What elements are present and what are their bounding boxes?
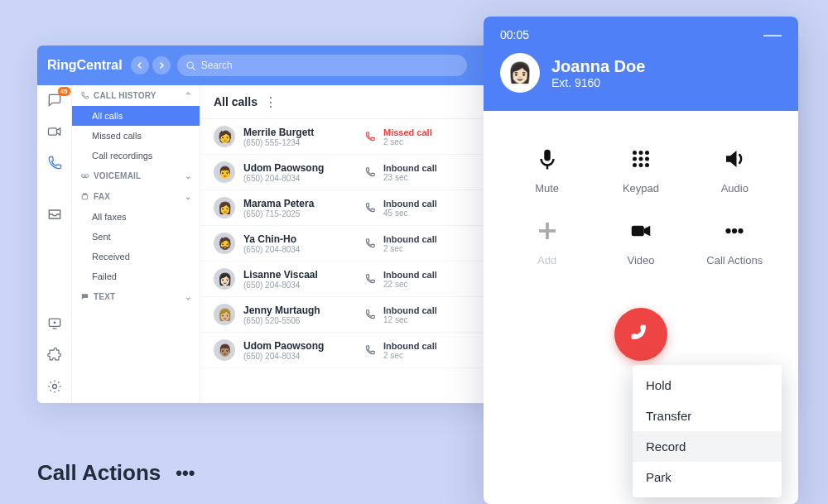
menu-item-transfer[interactable]: Transfer — [633, 401, 782, 431]
sidebar-item-failed[interactable]: Failed — [72, 266, 200, 286]
svg-rect-4 — [53, 322, 55, 324]
call-timer: 00:05 — [500, 28, 529, 41]
page-title-more-icon[interactable]: ⋮ — [264, 94, 277, 110]
call-type-label: Inbound call — [383, 341, 437, 351]
fax-icon — [80, 192, 89, 201]
sidebar-item-missed-calls[interactable]: Missed calls — [72, 126, 200, 146]
search-icon — [185, 60, 196, 71]
page-title: All calls — [214, 95, 258, 108]
video-icon — [46, 123, 63, 140]
svg-rect-2 — [48, 128, 56, 135]
call-control-grid: Mute Keypad Audio Add Video — [484, 111, 798, 275]
inbound-call-icon — [363, 308, 377, 321]
chevron-down-icon: ⌄ — [185, 171, 191, 180]
mute-label: Mute — [535, 182, 559, 194]
call-contact-name: Ya Chin-Ho — [243, 233, 363, 245]
feature-caption: Call Actions ••• — [37, 460, 195, 486]
call-contact-name: Marama Petera — [243, 198, 363, 209]
call-phone-number: (650) 204-8034 — [243, 281, 363, 290]
keypad-button[interactable]: Keypad — [594, 144, 687, 194]
call-actions-label: Call Actions — [706, 254, 763, 266]
svg-rect-25 — [632, 226, 644, 237]
puzzle-icon — [46, 347, 63, 363]
nav-rail: 45 — [37, 85, 72, 403]
section-label: FAX — [94, 192, 110, 201]
rail-video[interactable] — [46, 123, 63, 140]
section-fax[interactable]: FAX ⌄ — [72, 186, 200, 207]
sidebar-item-sent[interactable]: Sent — [72, 227, 200, 247]
more-icon: ••• — [176, 463, 195, 484]
screen-icon — [46, 315, 63, 332]
inbound-call-icon — [363, 272, 377, 286]
call-duration: 22 sec — [383, 280, 437, 289]
svg-point-14 — [633, 151, 637, 155]
video-button[interactable]: Video — [594, 216, 687, 266]
search-placeholder: Search — [201, 60, 233, 71]
call-contact-name: Lisanne Viscaal — [243, 269, 363, 281]
chevron-down-icon: ⌄ — [185, 192, 191, 201]
avatar: 🧑 — [214, 126, 235, 147]
menu-item-hold[interactable]: Hold — [633, 370, 782, 401]
rail-chat[interactable]: 45 — [46, 92, 63, 108]
rail-screen[interactable] — [46, 315, 63, 332]
inbound-call-icon — [363, 237, 377, 250]
svg-point-7 — [81, 175, 84, 178]
call-actions-button[interactable]: Call Actions — [688, 216, 782, 266]
search-input[interactable]: Search — [177, 55, 467, 76]
call-phone-number: (650) 555-1234 — [243, 138, 363, 147]
videocam-icon — [626, 216, 656, 246]
svg-rect-12 — [544, 150, 551, 161]
svg-point-20 — [633, 163, 637, 167]
menu-item-park[interactable]: Park — [633, 462, 782, 492]
rail-apps[interactable] — [46, 347, 63, 363]
more-icon — [720, 216, 749, 246]
hangup-button[interactable] — [614, 308, 667, 361]
svg-point-16 — [645, 151, 649, 155]
rail-phone[interactable] — [46, 155, 63, 171]
callee-avatar: 👩🏻 — [500, 53, 540, 93]
callee-ext: Ext. 9160 — [551, 76, 645, 89]
nav-back-button[interactable] — [131, 56, 149, 74]
sidebar-item-received[interactable]: Received — [72, 247, 200, 266]
audio-button[interactable]: Audio — [688, 144, 782, 194]
call-type-label: Inbound call — [383, 163, 437, 173]
keypad-label: Keypad — [623, 182, 659, 194]
nav-forward-button[interactable] — [152, 56, 171, 74]
sidebar-item-all-faxes[interactable]: All faxes — [72, 207, 200, 227]
call-duration: 2 sec — [383, 351, 437, 360]
call-type-label: Inbound call — [383, 234, 437, 244]
add-button[interactable]: Add — [500, 216, 594, 266]
call-phone-number: (650) 204-8034 — [243, 352, 363, 361]
svg-point-19 — [645, 157, 649, 161]
section-text[interactable]: TEXT ⌄ — [72, 286, 200, 307]
plus-icon — [532, 216, 562, 246]
call-duration: 2 sec — [383, 244, 437, 253]
phone-icon — [46, 155, 63, 171]
call-phone-number: (650) 204-8034 — [243, 245, 363, 254]
svg-point-22 — [645, 163, 649, 167]
inbound-call-icon — [363, 343, 377, 357]
call-duration: 2 sec — [383, 137, 432, 146]
phone-icon — [80, 91, 89, 100]
sidebar-item-call-recordings[interactable]: Call recordings — [72, 146, 200, 166]
audio-label: Audio — [721, 182, 749, 194]
call-duration: 23 sec — [383, 173, 437, 182]
minimize-button[interactable]: — — [763, 31, 782, 38]
hangup-icon — [628, 321, 654, 348]
svg-point-27 — [732, 228, 737, 233]
menu-item-record[interactable]: Record — [633, 431, 782, 462]
section-voicemail[interactable]: VOICEMAIL ⌄ — [72, 166, 200, 186]
call-contact-name: Jenny Murtaugh — [243, 305, 363, 316]
voicemail-icon — [80, 171, 89, 180]
mute-button[interactable]: Mute — [500, 144, 594, 194]
section-call-history[interactable]: CALL HISTORY ⌃ — [72, 85, 200, 106]
speaker-icon — [720, 144, 749, 174]
avatar: 👩🏼 — [214, 304, 235, 325]
rail-inbox[interactable] — [46, 206, 63, 223]
svg-point-17 — [633, 157, 637, 161]
gear-icon — [46, 378, 63, 395]
sidebar-item-all-calls[interactable]: All calls — [72, 106, 200, 126]
brand-label: RingCentral — [47, 58, 123, 73]
call-type-label: Inbound call — [383, 270, 437, 280]
rail-settings[interactable] — [46, 378, 63, 395]
